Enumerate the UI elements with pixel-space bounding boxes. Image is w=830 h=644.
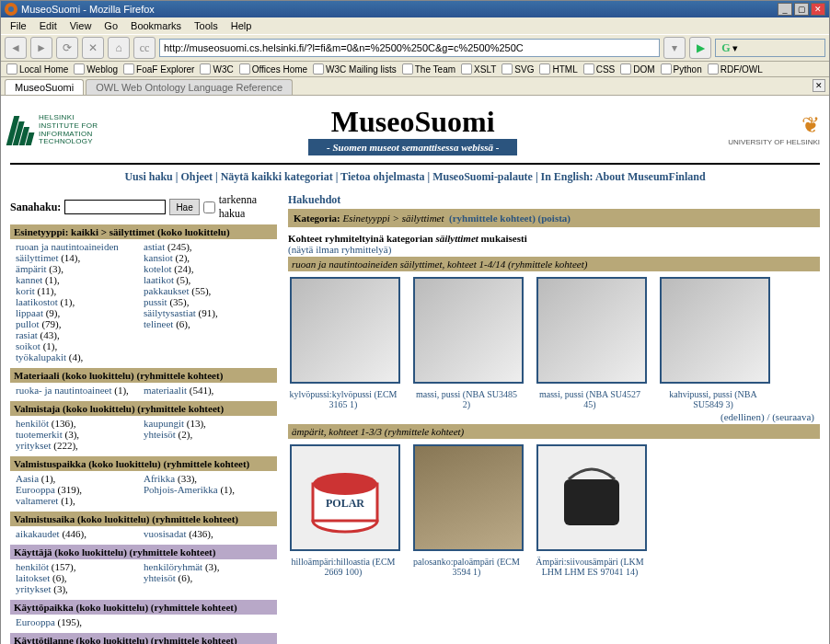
- result-caption[interactable]: Ämpäri:siivousämpäri (LKM LHM LHM ES 970…: [535, 557, 645, 577]
- menu-tools[interactable]: Tools: [189, 19, 224, 32]
- go-button[interactable]: ▶: [689, 37, 711, 59]
- facet-link[interactable]: Eurooppa: [16, 616, 55, 627]
- regroup-link[interactable]: (ryhmittele kohteet): [449, 213, 536, 224]
- bookmark-item[interactable]: SVG: [501, 63, 534, 75]
- facet-link[interactable]: ruoka- ja nautintoaineet: [16, 385, 111, 396]
- menu-help[interactable]: Help: [225, 19, 258, 32]
- facet-link[interactable]: astiat: [144, 241, 165, 252]
- cc-button[interactable]: cc: [133, 37, 156, 59]
- facet-link[interactable]: Pohjois-Amerikka: [144, 484, 218, 495]
- result-thumb[interactable]: [290, 277, 400, 384]
- facet-link[interactable]: laatikostot: [16, 296, 58, 307]
- bookmark-item[interactable]: Python: [661, 63, 702, 75]
- result-caption[interactable]: massi, pussi (NBA SU3485 2): [411, 389, 522, 409]
- bookmark-item[interactable]: W3C Mailing lists: [313, 63, 397, 75]
- menu-bookmarks[interactable]: Bookmarks: [125, 19, 187, 32]
- cat-valmistusaika-hdr[interactable]: Valmistusaika (koko luokittelu) (ryhmitt…: [10, 512, 277, 526]
- facet-link[interactable]: henkilöt: [16, 418, 49, 429]
- bookmark-item[interactable]: HTML: [539, 63, 577, 75]
- facet-link[interactable]: pullot: [16, 318, 40, 329]
- tab-inactive[interactable]: OWL Web Ontology Language Reference: [86, 79, 293, 95]
- ungroup-link[interactable]: (näytä ilman ryhmittelyä): [288, 244, 391, 255]
- search-input[interactable]: [64, 200, 166, 214]
- facet-link[interactable]: Eurooppa: [16, 484, 55, 495]
- bookmark-item[interactable]: DOM: [620, 63, 654, 75]
- facet-link[interactable]: vuosisadat: [144, 528, 186, 539]
- facet-link[interactable]: yritykset: [16, 583, 52, 594]
- facet-link[interactable]: telineet: [144, 318, 173, 329]
- facet-link[interactable]: yritykset: [16, 440, 52, 451]
- cat-esinetyyppi-hdr[interactable]: Esinetyyppi: kaikki > säilyttimet (koko …: [10, 224, 277, 239]
- facet-link[interactable]: lippaat: [16, 307, 43, 318]
- bookmark-item[interactable]: The Team: [402, 63, 455, 75]
- facet-link[interactable]: säilytysastiat: [144, 307, 196, 318]
- result-thumb[interactable]: POLAR: [290, 444, 400, 551]
- close-button[interactable]: ✕: [811, 3, 825, 16]
- back-button[interactable]: ◄: [5, 37, 27, 59]
- facet-link[interactable]: materiaalit: [144, 385, 187, 396]
- menu-view[interactable]: View: [64, 19, 98, 32]
- refine-checkbox[interactable]: [203, 201, 215, 213]
- menu-edit[interactable]: Edit: [34, 19, 63, 32]
- bookmark-item[interactable]: RDF/OWL: [708, 63, 763, 75]
- facet-link[interactable]: kaupungit: [144, 418, 184, 429]
- result-caption[interactable]: kahvipussi, pussi (NBA SU5849 3): [658, 389, 768, 409]
- result-caption[interactable]: kylvöpussi:kylvöpussi (ECM 3165 1): [288, 389, 398, 409]
- tab-active[interactable]: MuseoSuomi: [5, 79, 84, 95]
- stop-button[interactable]: ✕: [82, 37, 104, 59]
- facet-link[interactable]: laitokset: [16, 572, 50, 583]
- minimize-button[interactable]: _: [778, 3, 792, 16]
- tab-close-button[interactable]: ✕: [813, 79, 825, 92]
- facet-link[interactable]: kotelot: [144, 263, 172, 274]
- facet-link[interactable]: kannet: [16, 274, 42, 285]
- result-thumb[interactable]: [536, 444, 647, 551]
- facet-link[interactable]: yhteisöt: [144, 429, 176, 440]
- url-input[interactable]: [159, 39, 660, 57]
- nav-links[interactable]: Uusi haku | Ohjeet | Näytä kaikki katego…: [10, 165, 820, 190]
- facet-link[interactable]: korit: [16, 285, 35, 296]
- cat-kayttotilanne-hdr[interactable]: Käyttötilanne (koko luokittelu) (ryhmitt…: [10, 633, 277, 644]
- cat-valmistaja-hdr[interactable]: Valmistaja (koko luokittelu) (ryhmittele…: [10, 401, 277, 416]
- result-thumb[interactable]: [413, 444, 524, 551]
- bookmark-item[interactable]: XSLT: [461, 63, 496, 75]
- result-thumb[interactable]: [660, 277, 770, 384]
- facet-link[interactable]: pakkaukset: [144, 285, 189, 296]
- menu-file[interactable]: File: [5, 19, 32, 32]
- result-thumb[interactable]: [536, 277, 647, 384]
- facet-link[interactable]: henkilöryhmät: [144, 561, 202, 572]
- bookmark-item[interactable]: Offices Home: [239, 63, 307, 75]
- reload-button[interactable]: ⟳: [56, 37, 78, 59]
- facet-link[interactable]: rasiat: [16, 329, 38, 340]
- bookmark-item[interactable]: W3C: [200, 63, 233, 75]
- facet-link[interactable]: pussit: [144, 296, 167, 307]
- facet-link[interactable]: ruoan ja nautintoaineiden säilyttimet: [16, 241, 119, 263]
- result-caption[interactable]: hilloämpäri:hilloastia (ECM 2669 100): [288, 557, 398, 577]
- home-button[interactable]: ⌂: [108, 37, 130, 59]
- pager[interactable]: (edellinen) / (seuraava): [288, 409, 820, 424]
- bookmark-item[interactable]: FoaF Explorer: [123, 63, 194, 75]
- cat-kayttaja-hdr[interactable]: Käyttäjä (koko luokittelu) (ryhmittele k…: [10, 545, 277, 559]
- facet-link[interactable]: Aasia: [16, 473, 39, 484]
- facet-link[interactable]: ämpärit: [16, 263, 47, 274]
- facet-link[interactable]: henkilöt: [16, 561, 49, 572]
- result-caption[interactable]: massi, pussi (NBA SU4527 45): [535, 389, 645, 409]
- result-thumb[interactable]: [413, 277, 524, 384]
- facet-link[interactable]: tuotemerkit: [16, 429, 63, 440]
- cat-materiaali-hdr[interactable]: Materiaali (koko luokittelu) (ryhmittele…: [10, 368, 277, 383]
- bookmark-item[interactable]: Local Home: [6, 63, 68, 75]
- facet-link[interactable]: yhteisöt: [144, 572, 176, 583]
- facet-link[interactable]: kansiot: [144, 252, 173, 263]
- facet-link[interactable]: Afrikka: [144, 473, 175, 484]
- result-caption[interactable]: palosanko:paloämpäri (ECM 3594 1): [411, 557, 522, 577]
- search-engine-box[interactable]: G▾: [715, 39, 825, 57]
- facet-link[interactable]: työkalupakit: [16, 351, 66, 362]
- bookmark-item[interactable]: Weblog: [74, 63, 118, 75]
- facet-link[interactable]: soikot: [16, 340, 40, 351]
- forward-button[interactable]: ►: [30, 37, 52, 59]
- cat-kayttopaikka-hdr[interactable]: Käyttöpaikka (koko luokittelu) (ryhmitte…: [10, 600, 277, 615]
- facet-link[interactable]: laatikot: [144, 274, 174, 285]
- bookmark-item[interactable]: CSS: [583, 63, 616, 75]
- facet-link[interactable]: aikakaudet: [16, 528, 60, 539]
- cat-valmistuspaikka-hdr[interactable]: Valmistuspaikka (koko luokittelu) (ryhmi…: [10, 456, 277, 471]
- facet-link[interactable]: valtameret: [16, 495, 58, 506]
